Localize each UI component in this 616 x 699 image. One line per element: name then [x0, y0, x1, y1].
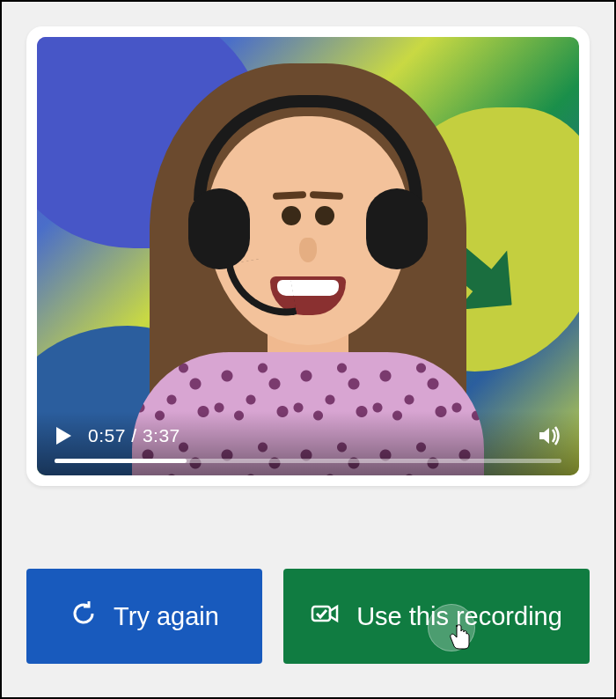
headset-earcup [366, 188, 428, 269]
person-eye [315, 206, 334, 225]
current-time: 0:57 [88, 425, 126, 445]
play-icon[interactable] [55, 426, 72, 445]
action-button-row: Try again Use this recording [26, 569, 590, 664]
video-progress-bar[interactable] [55, 459, 561, 463]
try-again-label: Try again [114, 602, 219, 631]
total-time: 3:37 [143, 425, 180, 445]
video-card: 0:57 / 3:37 [26, 26, 590, 486]
headset-earcup [188, 188, 250, 269]
time-separator: / [126, 425, 143, 445]
use-recording-button[interactable]: Use this recording [283, 569, 590, 664]
cursor-pointer-icon [449, 623, 472, 650]
video-controls: 0:57 / 3:37 [37, 411, 579, 475]
svg-rect-2 [312, 607, 330, 621]
try-again-button[interactable]: Try again [26, 569, 262, 664]
camera-check-icon [311, 601, 341, 632]
person-eye [282, 206, 301, 225]
video-progress-fill [55, 459, 187, 463]
retry-icon [70, 600, 98, 634]
volume-icon[interactable] [539, 426, 561, 445]
person-nose [299, 238, 317, 262]
recording-review-panel: 0:57 / 3:37 [2, 2, 614, 688]
video-time-display: 0:57 / 3:37 [88, 425, 180, 446]
svg-marker-1 [539, 428, 549, 444]
video-preview[interactable]: 0:57 / 3:37 [37, 37, 579, 475]
svg-marker-0 [56, 427, 71, 445]
